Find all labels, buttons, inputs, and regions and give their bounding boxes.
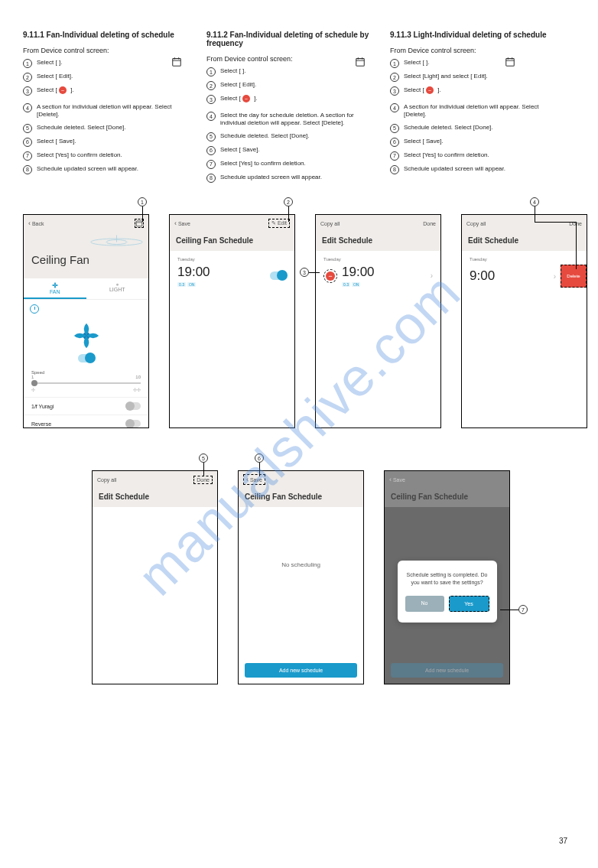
no-button[interactable]: No — [405, 596, 444, 612]
yuragi-toggle[interactable] — [125, 402, 141, 410]
step-num-6: 6 — [206, 146, 216, 155]
svg-rect-0 — [173, 59, 181, 67]
phone-fan-control: ‹ Back Ceiling Fan FAN ●LIGHT Speed 110 — [23, 214, 149, 428]
reverse-toggle[interactable] — [125, 420, 141, 427]
col-c-sub: From Device control screen: — [390, 47, 554, 54]
step-num-3: 3 — [390, 86, 399, 96]
col-c-title: 9.11.3 Light-Individual deleting of sche… — [390, 31, 554, 39]
step-text: Select [ ]. — [220, 67, 370, 75]
fan-power-toggle[interactable] — [78, 354, 95, 362]
delete-minus-button[interactable]: − — [323, 269, 337, 283]
modal-text: Schedule setting is completed. Do you wa… — [405, 571, 489, 587]
schedule-toggle[interactable] — [270, 271, 287, 280]
header-bar: ‹ Save — [239, 471, 363, 488]
step-text: Schedule deleted. Select [Done]. — [37, 124, 187, 132]
step-text: Select the day for schedule deletion. A … — [220, 112, 370, 128]
copy-all-button[interactable]: Copy all — [97, 477, 116, 483]
step-text: Select [ Edit]. — [37, 73, 187, 80]
tag-speed: 0.3 — [342, 282, 350, 287]
delete-button[interactable]: Delete — [561, 265, 587, 288]
step-num-7: 7 — [206, 160, 216, 169]
svg-rect-8 — [506, 59, 515, 67]
step-num-8: 8 — [390, 165, 399, 174]
header-bar: Copy all Done — [316, 215, 440, 232]
col-a-title: 9.11.1 Fan-Individual deleting of schedu… — [23, 31, 187, 39]
step-text: Select [Yes] to confirm deletion. — [220, 160, 370, 167]
step-num-8: 8 — [206, 174, 216, 183]
calendar-icon — [505, 57, 515, 67]
yuragi-label: 1/f Yuragi — [31, 404, 54, 409]
step-num-2: 2 — [206, 81, 216, 90]
step-num-5: 5 — [390, 124, 399, 133]
done-button[interactable]: Done — [193, 476, 213, 484]
schedule-time: 19:00 — [342, 265, 426, 280]
callout-5: 5 — [199, 454, 208, 463]
step-text: Select [ Edit]. — [220, 81, 370, 89]
step-num-4: 4 — [206, 112, 216, 121]
copy-all-button[interactable]: Copy all — [320, 221, 340, 226]
svg-rect-4 — [356, 59, 365, 67]
step-num-8: 8 — [23, 165, 32, 174]
ceiling-fan-illustration — [88, 229, 145, 255]
edit-title: Edit Schedule — [462, 232, 587, 251]
copy-all-button[interactable]: Copy all — [466, 221, 486, 226]
schedule-time: 19:00 — [177, 265, 210, 280]
done-button[interactable]: Done — [423, 221, 436, 226]
callout-6: 6 — [255, 454, 264, 463]
add-schedule-button-disabled: Add new schedule — [391, 663, 503, 678]
step-text: Select [ ].Select [ − ]. — [37, 86, 187, 94]
page-number: 37 — [559, 837, 567, 845]
confirm-modal: Schedule setting is completed. Do you wa… — [398, 561, 497, 623]
chevron-right-icon: › — [554, 272, 556, 281]
col-b-sub: From Device control screen: — [206, 55, 370, 63]
day-label: Tuesday — [323, 257, 433, 262]
step-text: Schedule updated screen will appear. — [404, 165, 554, 173]
phone-row-2: 5 Copy all Done Edit Schedule 6 ‹ Save C… — [92, 470, 551, 684]
add-schedule-button[interactable]: Add new schedule — [245, 663, 357, 678]
step-num-5: 5 — [23, 124, 32, 133]
tag-state: ON — [352, 282, 361, 287]
step-num-7: 7 — [23, 151, 32, 161]
step-num-2: 2 — [390, 73, 399, 82]
save-button[interactable]: ‹ Save — [174, 219, 190, 227]
phone-edit-empty: Copy all Done Edit Schedule — [92, 470, 218, 684]
callout-line — [535, 206, 535, 222]
phone-delete-swipe: Copy all Done Edit Schedule Tuesday 9:00… — [461, 214, 587, 428]
save-button[interactable]: ‹ Save — [243, 474, 265, 485]
empty-text: No scheduling — [239, 507, 363, 622]
save-button[interactable]: ‹ Save — [389, 476, 405, 483]
step-text: Schedule deleted. Select [Done]. — [404, 124, 554, 132]
step-text: Select [ ]. — [404, 59, 554, 67]
step-text: Schedule deleted. Select [Done]. — [220, 132, 370, 140]
tag-state: ON — [187, 282, 197, 287]
step-text: Select [ ]. — [37, 59, 187, 67]
speed-min: 1 — [31, 375, 34, 379]
callout-line — [535, 222, 576, 223]
callout-2: 2 — [284, 197, 293, 206]
schedule-time: 9:00 — [470, 268, 495, 284]
tab-row: FAN ●LIGHT — [24, 278, 148, 300]
phone-row-1: 1 ‹ Back Ceiling Fan FAN ●LIGHT — [23, 214, 574, 428]
step-text: A section for individual deletion will a… — [404, 103, 554, 119]
step-num-1: 1 — [390, 59, 399, 68]
edit-button[interactable]: ✎ Edit — [268, 219, 290, 228]
step-text: Select [ Save]. — [404, 138, 554, 145]
yes-button[interactable]: Yes — [449, 596, 489, 612]
callout-line — [203, 463, 204, 476]
tab-light[interactable]: ●LIGHT — [86, 278, 149, 299]
step-text: Select [ ].Select [ − ]. — [220, 95, 370, 102]
calendar-icon — [171, 57, 182, 67]
callout-line — [309, 272, 320, 273]
edit-title: Edit Schedule — [316, 232, 440, 251]
tab-fan[interactable]: FAN — [24, 278, 86, 299]
step-num-5: 5 — [206, 132, 216, 141]
callout-7: 7 — [518, 605, 528, 614]
step-text: Select [ Save]. — [220, 146, 370, 154]
speed-slider[interactable] — [31, 382, 141, 384]
calendar-icon — [355, 57, 366, 67]
clock-icon — [30, 304, 39, 314]
phone-edit-schedule: Copy all Done Edit Schedule Tuesday − 19… — [315, 214, 441, 428]
minus-icon: − — [242, 95, 250, 102]
step-text: Select [ ].Select [ − ]. — [404, 86, 554, 94]
back-button[interactable]: ‹ Back — [28, 219, 44, 227]
